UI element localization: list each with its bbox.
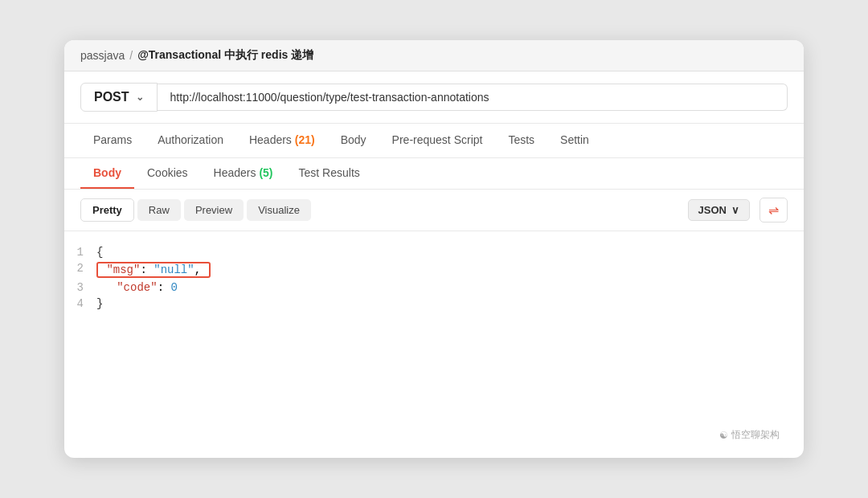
breadcrumb-current: @Transactional 中执行 redis 递增 [137, 48, 313, 63]
code-line-3: 3 "code": 0 [64, 280, 804, 296]
tab-authorization[interactable]: Authorization [145, 124, 236, 157]
pretty-button[interactable]: Pretty [80, 198, 134, 222]
chevron-down-icon: ⌄ [136, 92, 144, 103]
code-line-2: 2 "msg": "null", [64, 260, 804, 280]
response-tab-body[interactable]: Body [80, 158, 134, 189]
body-toolbar: Pretty Raw Preview Visualize JSON ∨ ⇌ [64, 190, 804, 231]
code-line-4: 4 } [64, 296, 804, 312]
line-content-4: } [96, 297, 804, 310]
preview-button[interactable]: Preview [184, 199, 244, 221]
format-label: JSON [698, 204, 727, 216]
method-selector[interactable]: POST ⌄ [80, 83, 158, 112]
tab-headers[interactable]: Headers (21) [236, 124, 328, 157]
request-tabs: Params Authorization Headers (21) Body P… [64, 124, 804, 158]
main-card: passjava / @Transactional 中执行 redis 递增 P… [64, 40, 804, 458]
line-content-2: "msg": "null", [96, 262, 804, 278]
response-tab-headers[interactable]: Headers (5) [201, 158, 286, 189]
line-number-1: 1 [64, 246, 96, 259]
breadcrumb-separator: / [129, 49, 133, 62]
line-number-4: 4 [64, 297, 96, 310]
request-bar: POST ⌄ [64, 71, 804, 124]
tab-params[interactable]: Params [80, 124, 145, 157]
tab-settings[interactable]: Settin [547, 124, 602, 157]
url-input[interactable] [158, 84, 788, 111]
tab-tests[interactable]: Tests [495, 124, 547, 157]
wrap-button[interactable]: ⇌ [760, 198, 788, 222]
response-tab-cookies[interactable]: Cookies [134, 158, 201, 189]
line-number-3: 3 [64, 281, 96, 294]
response-tabs: Body Cookies Headers (5) Test Results [64, 158, 804, 190]
highlighted-msg: "msg": "null", [96, 262, 211, 278]
code-line-1: 1 { [64, 244, 804, 260]
format-chevron-icon: ∨ [731, 204, 739, 216]
breadcrumb: passjava / @Transactional 中执行 redis 递增 [64, 40, 804, 71]
line-content-3: "code": 0 [96, 281, 804, 294]
wrap-icon: ⇌ [768, 202, 779, 218]
line-content-1: { [96, 246, 804, 259]
tab-body[interactable]: Body [328, 124, 379, 157]
watermark: ☯ 悟空聊架构 [719, 428, 780, 442]
method-label: POST [94, 90, 129, 104]
raw-button[interactable]: Raw [137, 199, 181, 221]
response-tab-test-results[interactable]: Test Results [286, 158, 373, 189]
tab-prerequest[interactable]: Pre-request Script [379, 124, 496, 157]
breadcrumb-parent: passjava [80, 49, 125, 62]
format-selector[interactable]: JSON ∨ [688, 199, 750, 221]
line-number-2: 2 [64, 262, 96, 275]
visualize-button[interactable]: Visualize [247, 199, 311, 221]
watermark-text: 悟空聊架构 [731, 428, 780, 442]
watermark-icon: ☯ [719, 430, 728, 441]
code-area: 1 { 2 "msg": "null", 3 "code": 0 [64, 231, 804, 325]
